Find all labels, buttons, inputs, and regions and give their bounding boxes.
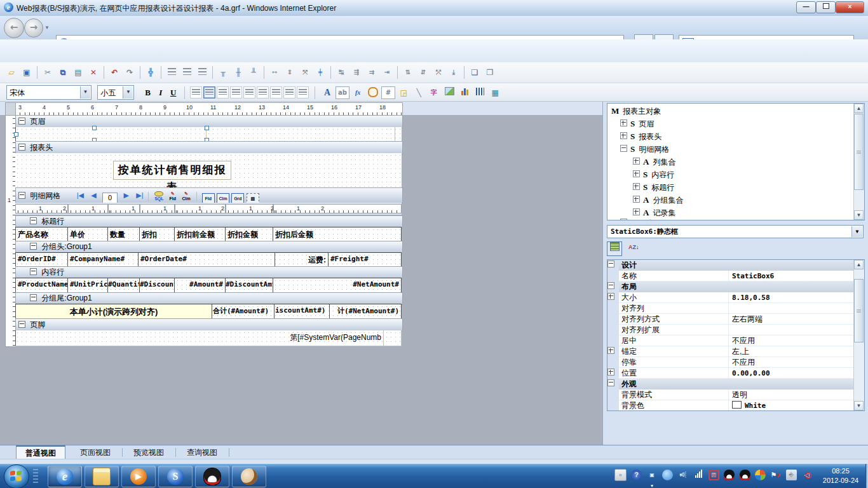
property-row[interactable]: 名称StaticBox6 <box>607 271 864 281</box>
undo-button[interactable]: ↶ <box>107 66 121 79</box>
property-row[interactable]: 背景色White <box>607 400 864 411</box>
report-header-content[interactable]: 按单统计销售明细报表 <box>15 153 402 188</box>
tree-item-page-header[interactable]: S页眉 <box>620 118 865 130</box>
next-record-button[interactable]: ▶ <box>124 191 129 199</box>
back-button[interactable]: ← <box>4 18 24 38</box>
page-footer-content[interactable]: 第[#SystemVar(PageNumb <box>15 330 402 346</box>
report-title-box[interactable]: 按单统计销售明细报表 <box>113 161 231 180</box>
group-cell[interactable]: #CompanyName# <box>68 253 139 267</box>
insert-datetime-button[interactable] <box>366 86 380 99</box>
insert-subreport-button[interactable]: ▦ <box>488 86 502 99</box>
collapse-icon[interactable] <box>18 192 25 199</box>
bring-to-front-button[interactable]: ❏ <box>468 66 482 79</box>
property-category[interactable]: 设计 <box>607 260 864 271</box>
network-signal-tray-icon[interactable] <box>693 470 704 480</box>
property-row[interactable]: 对齐列 <box>607 303 864 314</box>
show-desktop-button[interactable] <box>865 464 868 488</box>
align-bottom-left-button[interactable] <box>270 86 282 98</box>
align-top-left-button[interactable] <box>190 86 202 98</box>
property-row[interactable]: 对齐列扩展 <box>607 325 864 336</box>
insert-pagenumber-button[interactable]: # <box>381 86 395 99</box>
sql-connection-button[interactable]: SQL <box>153 191 165 201</box>
scroll-up-arrow[interactable]: ▲ <box>854 260 864 269</box>
show-hidden-icons-button[interactable]: ▣▾ <box>647 470 658 480</box>
collapse-icon[interactable] <box>607 379 614 386</box>
page-number-field[interactable]: 第[#SystemVar(PageNumb <box>15 330 384 346</box>
collapse-icon[interactable] <box>30 243 37 250</box>
send-to-back-button[interactable]: ❐ <box>483 66 497 79</box>
taskbar-explorer-button[interactable] <box>85 466 119 487</box>
band-page-footer[interactable]: 页脚 <box>15 318 403 332</box>
paste-button[interactable]: ▤ <box>71 66 85 79</box>
space-equal-v-button[interactable]: ⇅ <box>401 66 415 79</box>
property-value[interactable]: 不应用 <box>729 357 854 368</box>
property-row[interactable]: 背景模式透明 <box>607 390 864 400</box>
align-left-button[interactable] <box>165 66 179 79</box>
collapse-icon[interactable] <box>30 294 37 301</box>
field-cell[interactable]: #NetAmount# <box>273 278 402 293</box>
scrollbar-thumb[interactable] <box>854 114 864 190</box>
expand-icon[interactable] <box>633 158 640 165</box>
taskbar-media-player-button[interactable]: ▶ <box>121 466 156 487</box>
band-detail-grid[interactable]: 明细网格 |◀ ◀ 0 ▶ ▶| SQL ✎Fld ✎Clm Fld Clm G… <box>15 187 403 203</box>
property-row[interactable]: 居中不应用 <box>607 336 864 346</box>
italic-button[interactable]: I <box>154 86 167 99</box>
property-value[interactable]: 0.00,0.00 <box>729 368 854 379</box>
insert-line-button[interactable]: ╲ <box>412 86 426 99</box>
last-record-button[interactable]: ▶| <box>136 191 143 199</box>
font-color-button[interactable]: A <box>320 86 334 99</box>
subtotal-cell[interactable]: 本单小计(演示跨列对齐) <box>15 304 212 319</box>
group-cell[interactable]: #OrderID# <box>15 253 68 267</box>
help-tray-icon[interactable]: ? <box>631 470 642 480</box>
safely-remove-tray-icon[interactable]: ⎆ <box>786 470 797 480</box>
scroll-down-arrow[interactable]: ▼ <box>854 401 864 410</box>
space-decrease-h-button[interactable]: ⇉ <box>365 66 379 79</box>
taskbar-ie-button[interactable]: e <box>48 466 82 487</box>
volume-mixer-tray-icon[interactable]: 🕬 <box>677 470 688 480</box>
collapse-icon[interactable] <box>18 144 25 151</box>
column-header-cell[interactable]: 单价 <box>68 227 108 241</box>
cut-button[interactable]: ✂ <box>41 66 55 79</box>
align-top-right-button[interactable] <box>217 86 229 98</box>
total-cell[interactable]: 合计(#Amount#) <box>212 304 275 319</box>
selection-handle[interactable] <box>205 126 209 130</box>
muted-speaker-tray-icon[interactable]: ◁⃠ <box>801 470 812 480</box>
field-cell[interactable]: #Discount# <box>140 278 175 293</box>
windows-update-tray-icon[interactable] <box>755 470 766 480</box>
column-header-cell[interactable]: 折扣前金额 <box>175 227 226 241</box>
object-selector[interactable]: StaticBox6:静态框 ▼ <box>607 225 864 238</box>
collapse-icon[interactable] <box>18 321 25 328</box>
align-top-center-button[interactable] <box>203 86 215 98</box>
property-value[interactable]: 透明 <box>729 390 854 400</box>
property-scrollbar[interactable]: ▲ ▼ <box>853 260 864 410</box>
qq-tray-icon-2[interactable] <box>740 470 750 480</box>
page-header-cell[interactable] <box>207 127 395 141</box>
taskbar-qq-button[interactable] <box>195 466 229 487</box>
field-cell[interactable]: #UnitPrice# <box>68 278 108 293</box>
edit-fields-button[interactable]: ✎Fld <box>167 191 179 201</box>
space-remove-v-button[interactable]: ⤓ <box>447 66 461 79</box>
align-bottom-right-button[interactable] <box>297 86 309 98</box>
page-footer-cell[interactable] <box>384 330 402 346</box>
history-dropdown-icon[interactable]: ▼ <box>44 25 50 30</box>
field-cell[interactable]: #Quantity# <box>108 278 140 293</box>
same-height-button[interactable]: ⇕ <box>283 66 297 79</box>
group-cell[interactable]: #OrderDate# <box>139 253 275 267</box>
scrollbar-thumb[interactable] <box>854 279 864 342</box>
collapse-icon[interactable] <box>607 282 614 289</box>
minimize-button[interactable]: — <box>796 1 816 13</box>
align-middle-right-button[interactable] <box>257 86 269 98</box>
weather-tray-icon[interactable] <box>662 470 673 480</box>
band-report-header[interactable]: 报表头 <box>15 141 403 154</box>
first-record-button[interactable]: |◀ <box>77 191 84 199</box>
align-bottom-button[interactable]: ╨ <box>247 66 261 79</box>
tree-item-title-row[interactable]: S标题行 <box>633 181 865 194</box>
align-right-button[interactable] <box>195 66 209 79</box>
prev-record-button[interactable]: ◀ <box>91 191 96 199</box>
fill-color-button[interactable]: ◲ <box>397 86 410 99</box>
field-cell[interactable]: #ProductName# <box>15 278 68 293</box>
group-footer-row[interactable]: 本单小计(演示跨列对齐) 合计(#Amount#) iscountAmt#) 计… <box>15 304 402 320</box>
band-group-footer[interactable]: 分组尾:Group1 <box>15 292 403 305</box>
space-remove-h-button[interactable]: ⇥ <box>380 66 394 79</box>
delete-button[interactable]: ✕ <box>86 66 100 79</box>
